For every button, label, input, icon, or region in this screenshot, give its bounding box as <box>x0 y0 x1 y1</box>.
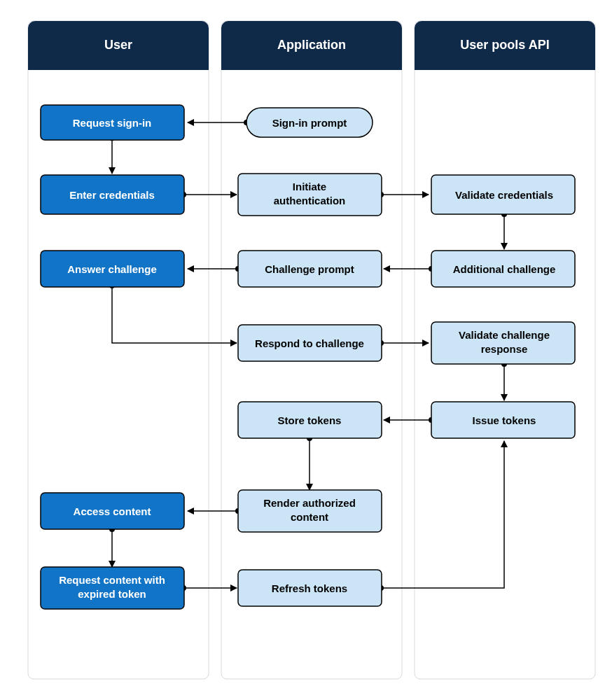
node-challenge-prompt: Challenge prompt <box>238 251 382 287</box>
node-answer-challenge: Answer challenge <box>41 251 184 287</box>
node-render-content: Render authorized content <box>238 490 382 532</box>
svg-text:Answer challenge: Answer challenge <box>67 263 157 275</box>
svg-text:Enter credentials: Enter credentials <box>69 189 155 201</box>
node-access-content: Access content <box>41 493 184 529</box>
svg-text:content: content <box>291 511 328 523</box>
lane-app-title: Application <box>277 38 346 52</box>
svg-text:authentication: authentication <box>274 195 346 206</box>
svg-text:Refresh tokens: Refresh tokens <box>272 582 347 594</box>
svg-text:Issue tokens: Issue tokens <box>473 414 536 426</box>
node-store-tokens: Store tokens <box>238 402 382 438</box>
svg-text:Additional challenge: Additional challenge <box>453 263 556 275</box>
lane-api-title: User pools API <box>460 38 549 52</box>
svg-text:Render authorized: Render authorized <box>263 497 356 509</box>
node-validate-response: Validate challenge response <box>431 322 575 364</box>
node-enter-credentials: Enter credentials <box>41 175 184 214</box>
svg-text:Respond to challenge: Respond to challenge <box>255 337 364 349</box>
svg-text:Store tokens: Store tokens <box>278 414 342 426</box>
node-request-expired: Request content with expired token <box>41 567 184 609</box>
node-signin-prompt: Sign-in prompt <box>246 108 373 137</box>
svg-text:Sign-in prompt: Sign-in prompt <box>272 117 347 129</box>
svg-text:Access content: Access content <box>74 505 151 517</box>
node-respond-challenge: Respond to challenge <box>238 325 382 361</box>
svg-text:Initiate: Initiate <box>293 181 326 192</box>
node-request-signin: Request sign-in <box>41 105 184 140</box>
edge-refresh-to-issue <box>381 441 504 588</box>
svg-text:Challenge prompt: Challenge prompt <box>265 263 354 275</box>
svg-text:response: response <box>481 343 528 355</box>
svg-text:Validate credentials: Validate credentials <box>455 189 553 201</box>
svg-text:Request content with: Request content with <box>59 574 165 586</box>
node-issue-tokens: Issue tokens <box>431 402 575 438</box>
svg-text:expired token: expired token <box>78 588 146 600</box>
svg-text:Request sign-in: Request sign-in <box>73 117 152 129</box>
lane-user-title: User <box>104 38 132 52</box>
node-refresh-tokens: Refresh tokens <box>238 570 382 606</box>
node-validate-credentials: Validate credentials <box>431 175 575 214</box>
svg-text:Validate challenge: Validate challenge <box>459 329 550 341</box>
flow-diagram: User Application User pools API <box>0 0 612 700</box>
node-initiate-auth: Initiate authentication <box>238 174 382 216</box>
edge-answer-to-respond <box>112 286 237 343</box>
node-additional-challenge: Additional challenge <box>431 251 575 287</box>
